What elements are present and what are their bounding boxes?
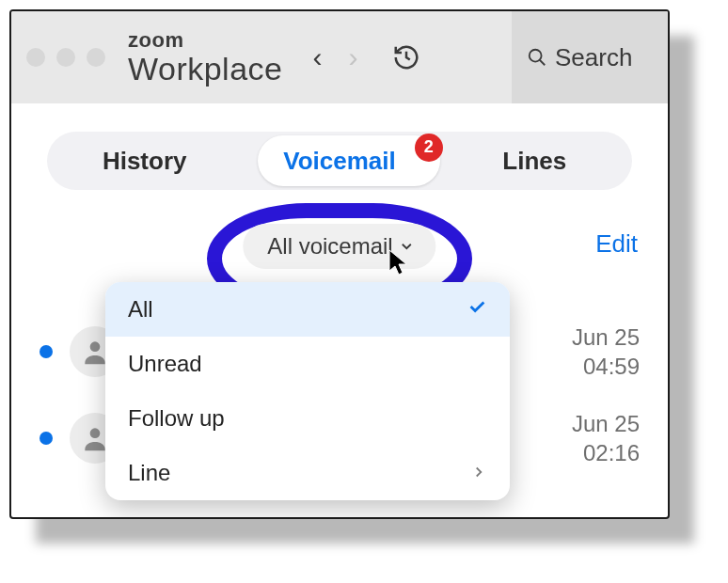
tab-voicemail[interactable]: Voicemail 2 [242, 147, 436, 176]
row-time: 02:16 [572, 438, 640, 467]
minimize-dot[interactable] [56, 48, 75, 67]
maximize-dot[interactable] [87, 48, 105, 67]
dropdown-item-unread[interactable]: Unread [105, 337, 510, 391]
unread-dot-icon [40, 432, 53, 445]
back-button[interactable]: ‹ [313, 43, 323, 71]
nav-arrows: ‹ › [313, 43, 358, 71]
chevron-right-icon [470, 460, 487, 486]
row-meta: Jun 25 02:16 [572, 409, 640, 467]
tab-lines[interactable]: Lines [437, 147, 632, 176]
row-date: Jun 25 [572, 323, 640, 352]
svg-point-0 [530, 50, 542, 62]
search-box[interactable]: Search [512, 11, 668, 103]
unread-dot-icon [40, 345, 53, 358]
dropdown-item-followup[interactable]: Follow up [105, 391, 510, 446]
row-time: 04:59 [572, 352, 640, 381]
edit-button[interactable]: Edit [595, 229, 638, 259]
search-placeholder: Search [555, 43, 632, 72]
dropdown-item-all[interactable]: All [105, 282, 510, 337]
close-dot[interactable] [26, 48, 45, 67]
row-date: Jun 25 [572, 409, 640, 438]
forward-button[interactable]: › [349, 43, 358, 71]
search-icon [527, 47, 547, 68]
history-icon[interactable] [392, 43, 420, 71]
filter-label: All voicemail [267, 233, 392, 260]
titlebar: zoom Workplace ‹ › Search [11, 11, 668, 103]
svg-line-1 [540, 60, 546, 66]
chevron-down-icon [399, 238, 416, 255]
traffic-lights [26, 48, 105, 67]
filter-dropdown-menu: All Unread Follow up Line [105, 282, 510, 500]
brand-line2: Workplace [128, 53, 283, 85]
check-icon [467, 296, 487, 323]
svg-point-2 [90, 341, 101, 352]
filter-row: All voicemail Edit [40, 224, 640, 271]
window: zoom Workplace ‹ › Search History Voicem… [9, 9, 670, 519]
svg-point-3 [90, 428, 101, 438]
brand: zoom Workplace [128, 30, 283, 85]
tabs: History Voicemail 2 Lines [47, 132, 632, 190]
filter-dropdown-button[interactable]: All voicemail [243, 224, 435, 269]
tab-history[interactable]: History [47, 147, 242, 176]
row-meta: Jun 25 04:59 [572, 323, 640, 381]
brand-line1: zoom [128, 30, 283, 51]
dropdown-item-line[interactable]: Line [105, 446, 510, 500]
